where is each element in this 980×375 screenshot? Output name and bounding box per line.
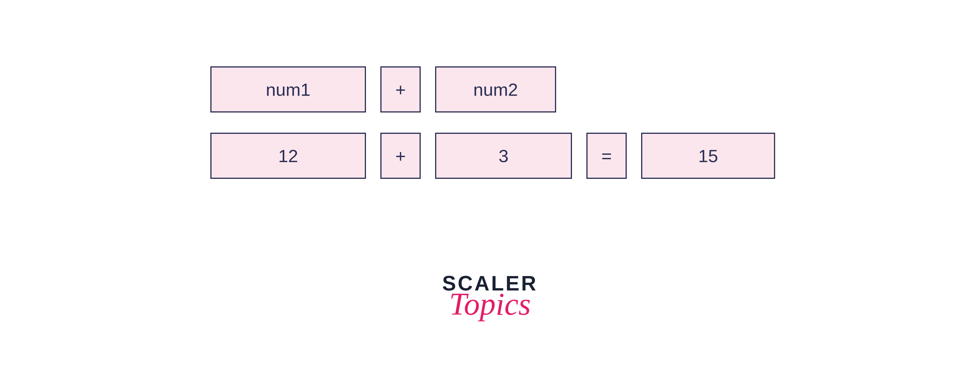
operand2-value-box: 3 bbox=[435, 133, 572, 179]
equals-sign: = bbox=[601, 146, 612, 166]
operand2-label-box: num2 bbox=[435, 66, 556, 113]
operand1-label-box: num1 bbox=[210, 66, 366, 113]
scaler-topics-logo: SCALER Topics bbox=[442, 274, 538, 321]
operand2-label: num2 bbox=[473, 79, 518, 100]
result-box: 15 bbox=[641, 133, 775, 179]
expression-row-labels: num1 + num2 bbox=[210, 66, 775, 113]
expression-row-values: 12 + 3 = 15 bbox=[210, 133, 775, 179]
addition-diagram: num1 + num2 12 + 3 = 15 bbox=[210, 66, 775, 179]
operand1-value-box: 12 bbox=[210, 133, 366, 179]
result-value: 15 bbox=[698, 146, 718, 166]
operand1-label: num1 bbox=[266, 79, 310, 100]
logo-line2: Topics bbox=[442, 290, 538, 318]
operand1-value: 12 bbox=[278, 146, 298, 166]
equals-box: = bbox=[586, 133, 627, 179]
operand2-value: 3 bbox=[498, 146, 508, 166]
operator-value: + bbox=[395, 146, 406, 166]
operator-box-row1: + bbox=[380, 66, 421, 113]
operator-label: + bbox=[395, 79, 406, 100]
operator-box-row2: + bbox=[380, 133, 421, 179]
